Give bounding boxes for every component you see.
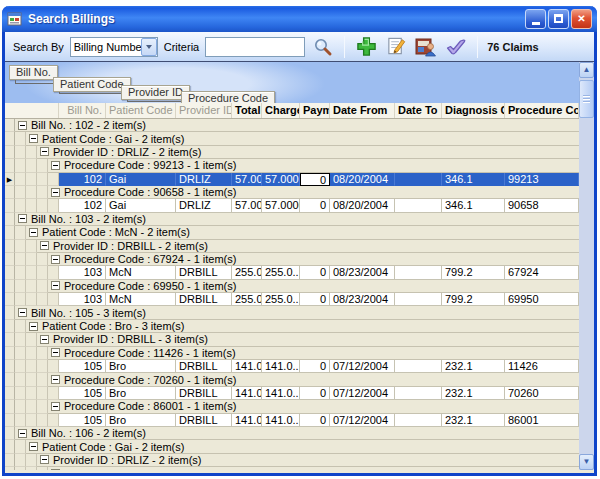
column-header-bill_no[interactable]: Bill No. <box>59 103 106 118</box>
group-header-cell[interactable]: Procedure Code : 86001 - 1 item(s) <box>48 400 579 413</box>
group-row[interactable]: Procedure Code : 11426 - 1 item(s) <box>5 347 579 360</box>
group-row[interactable]: Provider ID : DRBILL - 2 item(s) <box>5 240 579 253</box>
cell-diagnosis_code[interactable]: 799.2 <box>442 266 505 279</box>
cell-date_to[interactable] <box>395 414 442 427</box>
cell-diagnosis_code[interactable]: 346.1 <box>442 199 505 212</box>
cell-payment[interactable]: 0 <box>300 173 330 186</box>
cell-procedure_code[interactable]: 11426 <box>505 360 579 373</box>
cell-total[interactable]: 141.0... <box>232 414 262 427</box>
collapse-toggle-icon[interactable] <box>18 121 27 130</box>
collapse-toggle-icon[interactable] <box>51 281 60 290</box>
scroll-up-icon[interactable]: ▲ <box>579 62 594 78</box>
cell-date_to[interactable] <box>395 293 442 306</box>
cell-bill_no[interactable]: 105 <box>59 414 106 427</box>
cell-procedure_code[interactable]: 69950 <box>505 293 579 306</box>
cell-patient_code[interactable]: McN <box>106 266 176 279</box>
collapse-toggle-icon[interactable] <box>18 214 27 223</box>
cell-procedure_code[interactable]: 90658 <box>505 199 579 212</box>
collapse-toggle-icon[interactable] <box>40 241 49 250</box>
cell-charges[interactable]: 141.0... <box>262 387 300 400</box>
cell-date_from[interactable]: 08/20/2004 <box>330 173 395 186</box>
group-row[interactable]: Bill No. : 102 - 2 item(s) <box>5 119 579 132</box>
group-row[interactable]: Patient Code : Bro - 3 item(s) <box>5 320 579 333</box>
collapse-toggle-icon[interactable] <box>51 375 60 384</box>
collapse-toggle-icon[interactable] <box>40 335 49 344</box>
cell-patient_code[interactable]: Bro <box>106 414 176 427</box>
collapse-toggle-icon[interactable] <box>51 188 60 197</box>
collapse-toggle-icon[interactable] <box>18 429 27 438</box>
cell-total[interactable]: 141.0... <box>232 360 262 373</box>
search-button[interactable] <box>311 35 335 59</box>
cell-payment[interactable]: 0 <box>300 387 330 400</box>
cell-patient_code[interactable]: Gai <box>106 199 176 212</box>
cell-charges[interactable]: 141.0... <box>262 360 300 373</box>
collapse-toggle-icon[interactable] <box>29 228 38 237</box>
cell-date_to[interactable] <box>395 173 442 186</box>
criteria-input[interactable] <box>205 37 305 57</box>
scrollbar-thumb[interactable] <box>579 80 594 118</box>
add-button[interactable] <box>354 35 378 59</box>
cell-provider_id[interactable]: DRLIZ <box>176 199 232 212</box>
cell-charges[interactable]: 141.0... <box>262 414 300 427</box>
collapse-toggle-icon[interactable] <box>51 469 60 470</box>
search-by-dropdown[interactable]: Billing Number <box>70 37 158 57</box>
maximize-button[interactable] <box>548 9 569 29</box>
minimize-button[interactable] <box>525 9 546 29</box>
data-row[interactable]: ▶102GaiDRLIZ57.00...57.0000008/20/200434… <box>5 173 579 186</box>
collapse-toggle-icon[interactable] <box>51 161 60 170</box>
cell-date_from[interactable]: 08/23/2004 <box>330 293 395 306</box>
cell-date_to[interactable] <box>395 387 442 400</box>
cell-patient_code[interactable]: Gai <box>106 173 176 186</box>
cell-payment[interactable]: 0 <box>300 293 330 306</box>
group-row[interactable]: Patient Code : Gai - 2 item(s) <box>5 440 579 453</box>
group-header-cell[interactable]: Bill No. : 102 - 2 item(s) <box>15 119 579 132</box>
group-row[interactable]: Procedure Code : 69950 - 1 item(s) <box>5 280 579 293</box>
group-by-field[interactable]: Procedure Code <box>181 91 275 103</box>
cell-date_from[interactable]: 08/20/2004 <box>330 199 395 212</box>
cell-date_from[interactable]: 07/12/2004 <box>330 414 395 427</box>
group-row[interactable]: Provider ID : DRLIZ - 2 item(s) <box>5 146 579 159</box>
collapse-toggle-icon[interactable] <box>40 455 49 464</box>
cell-bill_no[interactable]: 105 <box>59 387 106 400</box>
group-by-field[interactable]: Bill No. <box>9 65 58 80</box>
column-header-diagnosis_code[interactable]: Diagnosis Code <box>442 103 505 118</box>
collapse-toggle-icon[interactable] <box>51 348 60 357</box>
cell-payment[interactable]: 0 <box>300 414 330 427</box>
column-header-date_from[interactable]: Date From <box>330 103 395 118</box>
group-header-cell[interactable]: Patient Code : Bro - 3 item(s) <box>26 320 579 333</box>
cell-procedure_code[interactable]: 86001 <box>505 414 579 427</box>
collapse-toggle-icon[interactable] <box>29 322 38 331</box>
group-header-cell[interactable]: Patient Code : Gai - 2 item(s) <box>26 132 579 145</box>
group-row[interactable]: Provider ID : DRBILL - 3 item(s) <box>5 333 579 346</box>
cell-payment[interactable]: 0 <box>300 360 330 373</box>
cell-diagnosis_code[interactable]: 799.2 <box>442 293 505 306</box>
group-header-cell[interactable]: Procedure Code : 99213 - 1 item(s) <box>48 159 579 172</box>
cell-diagnosis_code[interactable]: 232.1 <box>442 360 505 373</box>
cell-date_from[interactable]: 07/12/2004 <box>330 360 395 373</box>
vertical-scrollbar[interactable]: ▲ ▼ <box>579 62 594 470</box>
cell-bill_no[interactable]: 105 <box>59 360 106 373</box>
edit-button[interactable] <box>384 35 408 59</box>
cell-bill_no[interactable]: 102 <box>59 173 106 186</box>
cell-total[interactable]: 57.00... <box>232 173 262 186</box>
close-button[interactable]: ✕ <box>571 9 592 29</box>
group-row[interactable]: Procedure Code : 99213 - 1 item(s) <box>5 159 579 172</box>
data-row[interactable]: 105BroDRBILL141.0...141.0...007/12/20042… <box>5 387 579 400</box>
group-row[interactable]: Procedure Code : 90658 - 1 item(s) <box>5 186 579 199</box>
cell-provider_id[interactable]: DRBILL <box>176 293 232 306</box>
collapse-toggle-icon[interactable] <box>29 442 38 451</box>
collapse-toggle-icon[interactable] <box>29 134 38 143</box>
group-header-cell[interactable]: Patient Code : McN - 2 item(s) <box>26 226 579 239</box>
cell-provider_id[interactable]: DRLIZ <box>176 173 232 186</box>
collapse-toggle-icon[interactable] <box>51 402 60 411</box>
group-header-cell[interactable]: Bill No. : 103 - 2 item(s) <box>15 213 579 226</box>
cell-date_to[interactable] <box>395 360 442 373</box>
group-header-cell[interactable] <box>48 467 579 470</box>
group-header-cell[interactable]: Procedure Code : 67924 - 1 item(s) <box>48 253 579 266</box>
cell-diagnosis_code[interactable]: 232.1 <box>442 414 505 427</box>
cell-procedure_code[interactable]: 67924 <box>505 266 579 279</box>
cell-procedure_code[interactable]: 70260 <box>505 387 579 400</box>
cell-date_to[interactable] <box>395 266 442 279</box>
titlebar[interactable]: Search Billings ✕ <box>2 6 597 32</box>
group-by-field[interactable]: Patient Code <box>53 77 131 92</box>
